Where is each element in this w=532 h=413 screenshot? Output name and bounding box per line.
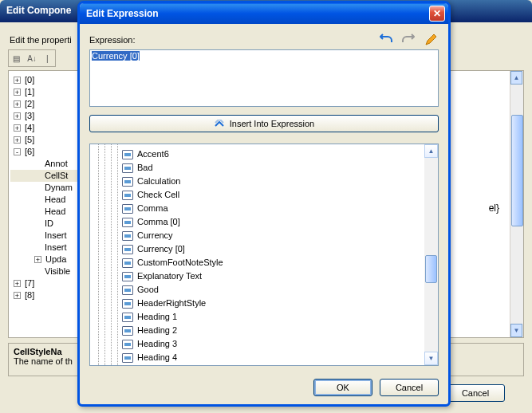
tree-node-label: [4] <box>25 122 34 134</box>
expression-input[interactable]: Currency [0] <box>89 49 439 107</box>
bg-window-title: Edit Compone <box>6 5 71 16</box>
pencil-icon <box>424 33 437 46</box>
list-item[interactable]: Calculation <box>122 175 422 188</box>
list-item-label: Heading 3 <box>137 337 177 351</box>
list-item[interactable]: Comma [0] <box>122 215 422 229</box>
list-item-label: Heading 1 <box>137 310 177 324</box>
chevron-up-icon <box>214 120 225 128</box>
list-item[interactable]: Bad <box>122 161 422 175</box>
tree-guides <box>93 144 122 365</box>
list-item-label: Bad <box>137 161 153 175</box>
close-button[interactable]: ✕ <box>429 6 445 22</box>
expression-label: Expression: <box>89 35 378 45</box>
expand-toggle-icon[interactable]: + <box>14 100 21 108</box>
list-item[interactable]: Heading 1 <box>122 310 422 324</box>
list-item-label: Accent6 <box>137 148 169 161</box>
insert-button-label: Insert Into Expression <box>230 119 314 128</box>
undo-icon <box>380 33 392 46</box>
expand-toggle-icon[interactable]: + <box>34 256 41 263</box>
style-item-icon <box>122 272 133 281</box>
scroll-thumb[interactable] <box>511 115 523 226</box>
tree-node-label: [8] <box>25 289 34 301</box>
expand-toggle-icon[interactable]: + <box>14 124 21 132</box>
scroll-up-icon[interactable]: ▲ <box>510 71 522 85</box>
undo-button[interactable] <box>378 32 394 48</box>
style-item-icon <box>122 326 133 336</box>
categorize-icon[interactable]: ▤ <box>10 51 23 65</box>
style-item-icon <box>122 231 133 241</box>
tree-node-label: Insert <box>45 242 67 254</box>
bg-toolbar: ▤ A↓ | <box>8 49 56 67</box>
divider-icon: | <box>41 51 54 65</box>
tree-node-label: [5] <box>25 134 34 146</box>
list-item[interactable]: Heading 2 <box>122 324 422 337</box>
truncated-value-text: el} <box>489 203 499 214</box>
bg-scrollbar[interactable]: ▲ ▼ <box>510 71 523 337</box>
scroll-down-icon[interactable]: ▼ <box>510 324 522 337</box>
scroll-down-icon[interactable]: ▼ <box>424 352 438 365</box>
list-item[interactable]: CustomFootNoteStyle <box>122 256 422 269</box>
list-item[interactable]: Currency <box>122 229 422 242</box>
style-item-icon <box>122 163 133 173</box>
bg-cancel-button[interactable]: Cancel <box>446 384 505 402</box>
style-item-icon <box>122 340 133 349</box>
list-item[interactable]: Heading 3 <box>122 337 422 351</box>
list-item-label: Currency <box>137 229 173 242</box>
expand-toggle-icon[interactable]: + <box>14 280 21 287</box>
expand-toggle-icon[interactable]: + <box>14 112 21 120</box>
cancel-button[interactable]: Cancel <box>380 379 439 396</box>
list-item[interactable]: Check Cell <box>122 188 422 202</box>
tree-node-label: Insert <box>45 230 67 242</box>
list-item[interactable]: HeaderRightStyle <box>122 297 422 310</box>
tree-node-label: Annot <box>45 158 68 170</box>
redo-icon <box>402 33 415 46</box>
property-desc-text: The name of th <box>14 356 73 366</box>
scroll-track[interactable] <box>424 158 438 352</box>
expression-text: Currency [0] <box>92 51 140 61</box>
tree-node-label: [0] <box>25 74 34 86</box>
tree-node-label: [1] <box>25 86 34 98</box>
expand-toggle-icon[interactable]: + <box>14 88 21 96</box>
list-item-label: Comma <box>137 202 168 215</box>
edit-expression-dialog: Edit Expression ✕ Expression: Currency [… <box>77 1 451 407</box>
scroll-up-icon[interactable]: ▲ <box>424 144 438 158</box>
list-item-label: CustomFootNoteStyle <box>137 256 223 269</box>
style-item-icon <box>122 299 133 309</box>
expression-items-list[interactable]: Accent6BadCalculationCheck CellCommaComm… <box>89 144 439 366</box>
dlg-title: Edit Expression <box>86 8 429 19</box>
style-item-icon <box>122 177 133 187</box>
list-item-label: Heading 2 <box>137 324 177 337</box>
tree-node-label: [3] <box>25 110 34 122</box>
tree-node-label: [7] <box>25 277 34 289</box>
redo-button[interactable] <box>400 32 416 48</box>
expand-toggle-icon[interactable]: + <box>14 136 21 144</box>
scroll-thumb[interactable] <box>425 255 437 283</box>
expand-toggle-icon[interactable]: - <box>14 148 21 155</box>
tree-node-label: Head <box>45 206 65 218</box>
list-item[interactable]: Heading 4 <box>122 351 422 364</box>
insert-into-expression-button[interactable]: Insert Into Expression <box>89 115 439 132</box>
sort-az-icon[interactable]: A↓ <box>25 51 38 65</box>
list-item[interactable]: Good <box>122 283 422 297</box>
list-item-label: Check Cell <box>137 188 179 202</box>
list-item[interactable]: Explanatory Text <box>122 269 422 283</box>
dlg-titlebar[interactable]: Edit Expression ✕ <box>80 3 448 24</box>
edit-pencil-button[interactable] <box>423 32 439 48</box>
tree-node-label: ID <box>45 218 53 230</box>
tree-node-label: [2] <box>25 98 34 110</box>
list-item[interactable]: Accent6 <box>122 148 422 161</box>
property-desc-title: CellStyleNa <box>14 347 62 356</box>
style-item-icon <box>122 191 133 200</box>
list-item-label: Explanatory Text <box>137 269 202 283</box>
tree-node-label: CellSt <box>45 170 68 182</box>
expand-toggle-icon[interactable]: + <box>14 292 21 299</box>
tree-node-label: Head <box>45 194 65 206</box>
list-item-label: Currency [0] <box>137 242 185 256</box>
expand-toggle-icon[interactable]: + <box>14 77 21 84</box>
ok-button[interactable]: OK <box>313 379 372 396</box>
list-item[interactable]: Comma <box>122 202 422 215</box>
list-scrollbar[interactable]: ▲ ▼ <box>424 144 438 365</box>
list-item[interactable]: Currency [0] <box>122 242 422 256</box>
tree-node-label: Dynam <box>45 182 73 194</box>
tree-node-label: Visible <box>45 266 70 277</box>
